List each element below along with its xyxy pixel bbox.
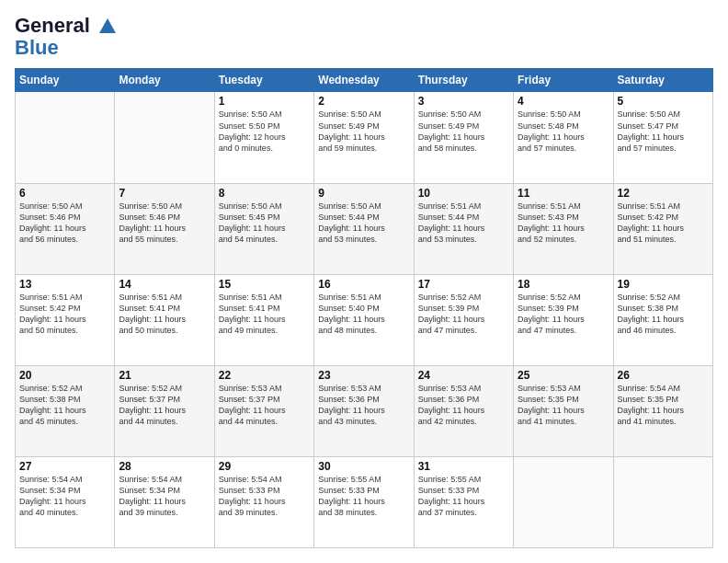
svg-marker-0 <box>99 18 116 33</box>
day-info: Sunrise: 5:50 AM Sunset: 5:45 PM Dayligh… <box>219 201 310 246</box>
day-number: 28 <box>119 460 210 473</box>
day-number: 5 <box>618 95 709 108</box>
day-number: 13 <box>19 278 110 291</box>
day-number: 14 <box>119 278 210 291</box>
day-info: Sunrise: 5:51 AM Sunset: 5:42 PM Dayligh… <box>19 292 110 337</box>
day-cell: 4Sunrise: 5:50 AM Sunset: 5:48 PM Daylig… <box>514 92 613 183</box>
day-number: 21 <box>119 369 210 382</box>
day-number: 27 <box>19 460 110 473</box>
day-info: Sunrise: 5:54 AM Sunset: 5:34 PM Dayligh… <box>19 474 110 519</box>
day-cell: 1Sunrise: 5:50 AM Sunset: 5:50 PM Daylig… <box>214 92 313 183</box>
day-cell: 7Sunrise: 5:50 AM Sunset: 5:46 PM Daylig… <box>115 183 214 274</box>
day-cell: 31Sunrise: 5:55 AM Sunset: 5:33 PM Dayli… <box>414 456 513 547</box>
day-info: Sunrise: 5:54 AM Sunset: 5:33 PM Dayligh… <box>219 474 310 519</box>
day-number: 23 <box>318 369 409 382</box>
day-info: Sunrise: 5:55 AM Sunset: 5:33 PM Dayligh… <box>418 474 509 519</box>
day-cell <box>16 92 115 183</box>
day-number: 9 <box>318 187 409 200</box>
day-info: Sunrise: 5:50 AM Sunset: 5:44 PM Dayligh… <box>318 201 409 246</box>
week-row-1: 1Sunrise: 5:50 AM Sunset: 5:50 PM Daylig… <box>16 92 713 183</box>
day-cell: 10Sunrise: 5:51 AM Sunset: 5:44 PM Dayli… <box>414 183 513 274</box>
day-number: 20 <box>19 369 110 382</box>
day-cell: 5Sunrise: 5:50 AM Sunset: 5:47 PM Daylig… <box>613 92 712 183</box>
day-info: Sunrise: 5:51 AM Sunset: 5:40 PM Dayligh… <box>318 292 409 337</box>
day-number: 19 <box>618 278 709 291</box>
day-cell: 3Sunrise: 5:50 AM Sunset: 5:49 PM Daylig… <box>414 92 513 183</box>
day-cell: 21Sunrise: 5:52 AM Sunset: 5:37 PM Dayli… <box>115 365 214 456</box>
day-number: 31 <box>418 460 509 473</box>
day-info: Sunrise: 5:52 AM Sunset: 5:37 PM Dayligh… <box>119 383 210 428</box>
logo-icon <box>97 17 118 37</box>
day-info: Sunrise: 5:53 AM Sunset: 5:35 PM Dayligh… <box>518 383 609 428</box>
day-info: Sunrise: 5:55 AM Sunset: 5:33 PM Dayligh… <box>318 474 409 519</box>
day-cell: 30Sunrise: 5:55 AM Sunset: 5:33 PM Dayli… <box>314 456 414 547</box>
day-number: 4 <box>518 95 609 108</box>
day-cell: 17Sunrise: 5:52 AM Sunset: 5:39 PM Dayli… <box>414 274 513 365</box>
day-number: 15 <box>219 278 310 291</box>
logo: General Blue <box>15 15 118 59</box>
day-number: 18 <box>518 278 609 291</box>
day-cell: 15Sunrise: 5:51 AM Sunset: 5:41 PM Dayli… <box>214 274 313 365</box>
day-number: 29 <box>219 460 310 473</box>
day-number: 30 <box>318 460 409 473</box>
day-info: Sunrise: 5:50 AM Sunset: 5:46 PM Dayligh… <box>19 201 110 246</box>
day-cell: 25Sunrise: 5:53 AM Sunset: 5:35 PM Dayli… <box>514 365 613 456</box>
day-cell: 16Sunrise: 5:51 AM Sunset: 5:40 PM Dayli… <box>314 274 414 365</box>
day-info: Sunrise: 5:50 AM Sunset: 5:46 PM Dayligh… <box>119 201 210 246</box>
day-info: Sunrise: 5:51 AM Sunset: 5:43 PM Dayligh… <box>518 201 609 246</box>
day-cell: 2Sunrise: 5:50 AM Sunset: 5:49 PM Daylig… <box>314 92 414 183</box>
day-number: 12 <box>618 187 709 200</box>
day-cell: 12Sunrise: 5:51 AM Sunset: 5:42 PM Dayli… <box>613 183 712 274</box>
day-number: 25 <box>518 369 609 382</box>
day-number: 8 <box>219 187 310 200</box>
day-info: Sunrise: 5:51 AM Sunset: 5:41 PM Dayligh… <box>119 292 210 337</box>
day-cell: 23Sunrise: 5:53 AM Sunset: 5:36 PM Dayli… <box>314 365 414 456</box>
week-row-2: 6Sunrise: 5:50 AM Sunset: 5:46 PM Daylig… <box>16 183 713 274</box>
logo-blue: Blue <box>15 37 118 59</box>
day-number: 2 <box>318 95 409 108</box>
day-number: 3 <box>418 95 509 108</box>
day-header-friday: Friday <box>514 69 613 92</box>
day-header-thursday: Thursday <box>414 69 513 92</box>
day-cell: 18Sunrise: 5:52 AM Sunset: 5:39 PM Dayli… <box>514 274 613 365</box>
day-info: Sunrise: 5:54 AM Sunset: 5:34 PM Dayligh… <box>119 474 210 519</box>
days-header-row: SundayMondayTuesdayWednesdayThursdayFrid… <box>16 69 713 92</box>
day-cell: 22Sunrise: 5:53 AM Sunset: 5:37 PM Dayli… <box>214 365 313 456</box>
day-info: Sunrise: 5:52 AM Sunset: 5:39 PM Dayligh… <box>518 292 609 337</box>
day-number: 7 <box>119 187 210 200</box>
day-cell: 24Sunrise: 5:53 AM Sunset: 5:36 PM Dayli… <box>414 365 513 456</box>
week-row-5: 27Sunrise: 5:54 AM Sunset: 5:34 PM Dayli… <box>16 456 713 547</box>
day-cell: 13Sunrise: 5:51 AM Sunset: 5:42 PM Dayli… <box>16 274 115 365</box>
page: General Blue SundayMondayTuesdayWednesda… <box>0 0 728 563</box>
day-info: Sunrise: 5:52 AM Sunset: 5:38 PM Dayligh… <box>618 292 709 337</box>
week-row-4: 20Sunrise: 5:52 AM Sunset: 5:38 PM Dayli… <box>16 365 713 456</box>
day-info: Sunrise: 5:50 AM Sunset: 5:48 PM Dayligh… <box>518 109 609 154</box>
day-number: 26 <box>618 369 709 382</box>
day-cell: 6Sunrise: 5:50 AM Sunset: 5:46 PM Daylig… <box>16 183 115 274</box>
day-number: 16 <box>318 278 409 291</box>
day-info: Sunrise: 5:51 AM Sunset: 5:44 PM Dayligh… <box>418 201 509 246</box>
day-number: 10 <box>418 187 509 200</box>
day-cell <box>613 456 712 547</box>
day-cell: 14Sunrise: 5:51 AM Sunset: 5:41 PM Dayli… <box>115 274 214 365</box>
day-info: Sunrise: 5:51 AM Sunset: 5:42 PM Dayligh… <box>618 201 709 246</box>
day-number: 24 <box>418 369 509 382</box>
day-cell: 11Sunrise: 5:51 AM Sunset: 5:43 PM Dayli… <box>514 183 613 274</box>
day-info: Sunrise: 5:54 AM Sunset: 5:35 PM Dayligh… <box>618 383 709 428</box>
day-number: 17 <box>418 278 509 291</box>
day-info: Sunrise: 5:50 AM Sunset: 5:47 PM Dayligh… <box>618 109 709 154</box>
day-cell: 20Sunrise: 5:52 AM Sunset: 5:38 PM Dayli… <box>16 365 115 456</box>
day-cell: 9Sunrise: 5:50 AM Sunset: 5:44 PM Daylig… <box>314 183 414 274</box>
day-cell: 28Sunrise: 5:54 AM Sunset: 5:34 PM Dayli… <box>115 456 214 547</box>
day-info: Sunrise: 5:53 AM Sunset: 5:36 PM Dayligh… <box>418 383 509 428</box>
day-info: Sunrise: 5:50 AM Sunset: 5:49 PM Dayligh… <box>318 109 409 154</box>
day-number: 22 <box>219 369 310 382</box>
day-cell: 19Sunrise: 5:52 AM Sunset: 5:38 PM Dayli… <box>613 274 712 365</box>
day-cell: 8Sunrise: 5:50 AM Sunset: 5:45 PM Daylig… <box>214 183 313 274</box>
logo-text: General <box>15 15 118 37</box>
day-info: Sunrise: 5:53 AM Sunset: 5:37 PM Dayligh… <box>219 383 310 428</box>
day-header-wednesday: Wednesday <box>314 69 414 92</box>
day-number: 11 <box>518 187 609 200</box>
day-number: 1 <box>219 95 310 108</box>
day-header-monday: Monday <box>115 69 214 92</box>
